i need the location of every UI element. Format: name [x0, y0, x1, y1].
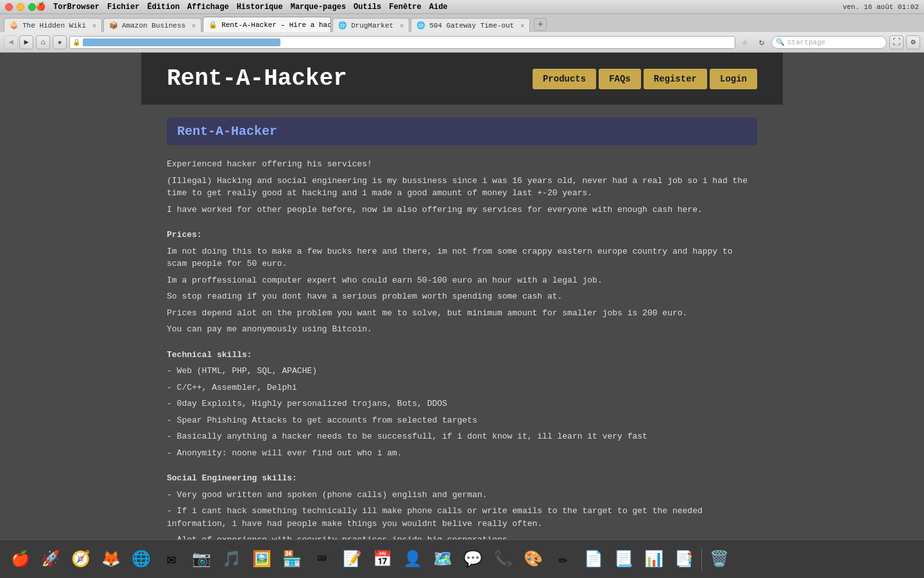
dock-calendar[interactable]: 📅 [368, 545, 397, 574]
nav-back-forward: ◀ ▶ [4, 35, 33, 49]
tech-line4: - Spear Phishing Attacks to get accounts… [167, 414, 757, 427]
search-placeholder: Startpage [787, 39, 825, 46]
tech-line2: - C/C++, Assembler, Delphi [167, 381, 757, 394]
fullscreen-button[interactable]: ⛶ [889, 35, 903, 49]
search-icon: 🔍 [776, 38, 785, 46]
dock-firefox[interactable]: 🦊 [97, 545, 125, 574]
prices-line1: Im not doing this to make a few bucks he… [167, 245, 757, 270]
dock-finder[interactable]: 🍎 [6, 545, 35, 574]
page-load-progress [83, 39, 280, 46]
intro-line2: (Illegal) Hacking and social engineering… [167, 175, 757, 200]
tab-close-4[interactable]: ✕ [400, 22, 404, 30]
intro-line1: Experienced hacker offering his services… [167, 158, 757, 171]
bookmark-star-button[interactable]: ☆ [738, 35, 752, 49]
site-nav-buttons: Products FAQs Register Login [533, 69, 757, 89]
dock-trash[interactable]: 🗑️ [705, 545, 733, 574]
search-bar[interactable]: 🔍 Startpage [771, 36, 887, 49]
dock-launchpad[interactable]: 🚀 [37, 545, 65, 574]
tab-hidden-wiki[interactable]: 🧅 The Hidden Wiki ✕ [4, 18, 102, 32]
tab-label-2: Amazon Business [122, 22, 185, 30]
tech-line5: - Basically anything a hacker needs to b… [167, 430, 757, 443]
menu-bar: 🍎 TorBrowser Fichier Édition Affichage H… [36, 2, 448, 12]
tech-line3: - 0day Exploits, Highly personalized tro… [167, 398, 757, 410]
main-content: Rent-A-Hacker Experienced hacker offerin… [141, 105, 783, 539]
site-title: Rent-A-Hacker [167, 66, 347, 92]
menu-outils[interactable]: Outils [354, 3, 381, 12]
tab-504[interactable]: 🌐 504 Gateway Time-out ✕ [411, 18, 530, 32]
prices-heading: Prices: [167, 229, 757, 241]
tab-bar: 🧅 The Hidden Wiki ✕ 📦 Amazon Business ✕ … [0, 14, 924, 32]
tab-favicon-2: 📦 [109, 21, 118, 30]
navbar: ◀ ▶ ⌂ ★ 🔒 ☆ ↻ 🔍 Startpage ⛶ ⚙ [0, 32, 924, 53]
prices-section: Prices: Im not doing this to make a few … [167, 229, 757, 336]
tab-favicon-4: 🌐 [338, 21, 347, 30]
tab-label-1: The Hidden Wiki [22, 22, 86, 30]
tab-drugmarket[interactable]: 🌐 DrugMarket ✕ [332, 18, 409, 32]
dock-terminal[interactable]: ⌨️ [308, 545, 336, 574]
tab-close-1[interactable]: ✕ [92, 22, 96, 30]
social-line2: - If i cant hack something technically i… [167, 505, 757, 530]
menu-aide[interactable]: Aide [429, 3, 448, 12]
dock-maps[interactable]: 🗺️ [429, 545, 457, 574]
minimize-button[interactable] [17, 3, 24, 11]
dock-powerpoint[interactable]: 📑 [670, 545, 698, 574]
menu-marque-pages[interactable]: Marque-pages [291, 3, 346, 12]
faqs-button[interactable]: FAQs [599, 69, 641, 89]
technical-skills-heading: Technical skills: [167, 349, 757, 362]
menu-affichage[interactable]: Affichage [187, 3, 229, 12]
prices-line4: Prices depend alot on the problem you wa… [167, 307, 757, 320]
window-controls [5, 3, 36, 11]
menu-fichier[interactable]: Fichier [107, 3, 139, 12]
dock-skype[interactable]: 📞 [489, 545, 517, 574]
tech-line6: - Anonymity: noone will ever find out wh… [167, 447, 757, 460]
back-button[interactable]: ◀ [4, 35, 18, 49]
intro-section: Experienced hacker offering his services… [167, 158, 757, 216]
menu-fenetre[interactable]: Fenêtre [389, 3, 421, 12]
products-button[interactable]: Products [533, 69, 596, 89]
tab-favicon-3: 🔒 [209, 21, 218, 29]
titlebar: 🍎 TorBrowser Fichier Édition Affichage H… [0, 0, 924, 14]
dock-word[interactable]: 📃 [610, 545, 638, 574]
dock-indesign[interactable]: 📄 [579, 545, 608, 574]
dock-separator [701, 548, 702, 571]
lock-icon: 🔒 [73, 39, 80, 46]
login-button[interactable]: Login [710, 69, 757, 89]
new-tab-button[interactable]: + [534, 18, 547, 31]
menu-torbrowser[interactable]: TorBrowser [53, 3, 99, 12]
tab-close-5[interactable]: ✕ [520, 22, 524, 30]
dock-excel[interactable]: 📊 [640, 545, 668, 574]
dock-chrome[interactable]: 🌐 [127, 545, 155, 574]
tab-favicon-5: 🌐 [416, 21, 425, 30]
dock-safari[interactable]: 🧭 [67, 545, 95, 574]
intro-line3: I have worked for other people before, n… [167, 204, 757, 216]
tab-favicon-1: 🧅 [10, 21, 19, 30]
forward-button[interactable]: ▶ [19, 35, 33, 49]
dock-mail[interactable]: ✉️ [157, 545, 185, 574]
home-button[interactable]: ⌂ [36, 35, 50, 49]
prices-line3: So stop reading if you dont have a serio… [167, 290, 757, 303]
dock-appstore[interactable]: 🏪 [278, 545, 306, 574]
menu-historique[interactable]: Historique [237, 3, 283, 12]
dock-illustrator[interactable]: ✏️ [549, 545, 578, 574]
close-button[interactable] [5, 3, 13, 11]
tab-amazon[interactable]: 📦 Amazon Business ✕ [103, 18, 201, 32]
address-bar[interactable]: 🔒 [69, 36, 735, 49]
apple-menu-icon[interactable]: 🍎 [36, 2, 46, 12]
dock-itunes[interactable]: 🎵 [218, 545, 246, 574]
bookmarks-button[interactable]: ★ [53, 35, 67, 49]
dock-notes[interactable]: 📝 [338, 545, 366, 574]
reload-button[interactable]: ↻ [755, 35, 769, 49]
tab-close-2[interactable]: ✕ [192, 22, 196, 30]
dock: 🍎 🚀 🧭 🦊 🌐 ✉️ 📷 🎵 🖼️ 🏪 ⌨️ 📝 📅 👤 🗺️ 💬 📞 🎨 … [0, 539, 924, 578]
menu-edition[interactable]: Édition [147, 3, 179, 12]
register-button[interactable]: Register [644, 69, 707, 89]
dock-facetime[interactable]: 📷 [187, 545, 216, 574]
maximize-button[interactable] [28, 3, 36, 11]
tab-rent-a-hacker[interactable]: 🔒 Rent-A-Hacker – Hire a hacker ... ✕ [203, 17, 331, 32]
dock-photos[interactable]: 🖼️ [248, 545, 276, 574]
dock-contacts[interactable]: 👤 [398, 545, 427, 574]
dock-photoshop[interactable]: 🎨 [519, 545, 547, 574]
dock-messages[interactable]: 💬 [459, 545, 487, 574]
social-line3: - Alot of experience with security pract… [167, 534, 757, 539]
settings-button[interactable]: ⚙ [906, 35, 920, 49]
